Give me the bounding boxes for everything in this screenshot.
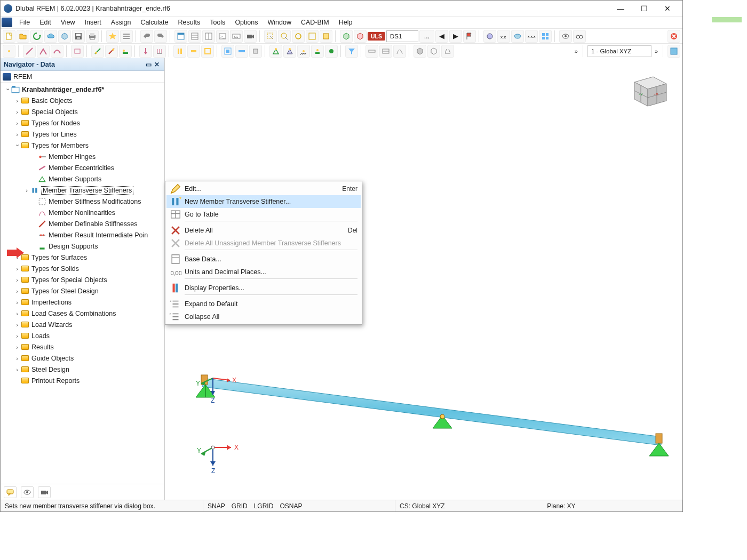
undock-icon[interactable]: ▭	[144, 60, 153, 69]
aux2-icon[interactable]: x.x	[497, 30, 510, 43]
tree-result-intermediate[interactable]: Member Result Intermediate Poin	[49, 231, 148, 239]
tree-nonlinearities[interactable]: Member Nonlinearities	[49, 209, 115, 217]
cm-expand[interactable]: Expand to Default	[166, 298, 361, 310]
folder-results[interactable]: Results	[31, 343, 54, 351]
table2-icon[interactable]	[188, 30, 201, 43]
draw1-icon[interactable]	[23, 45, 36, 58]
ellipsis-button[interactable]: ...	[419, 30, 434, 43]
op2-icon[interactable]	[235, 45, 248, 58]
op1-icon[interactable]	[221, 45, 234, 58]
menu-assign[interactable]: Assign	[106, 18, 136, 27]
select5-icon[interactable]	[320, 30, 332, 43]
draw3-icon[interactable]	[51, 45, 63, 58]
folder-load-wizards[interactable]: Load Wizards	[31, 321, 72, 329]
cm-collapse[interactable]: Collapse All	[166, 310, 361, 323]
iso2-icon[interactable]	[379, 45, 392, 58]
script-icon[interactable]: >_	[216, 30, 229, 43]
menu-insert[interactable]: Insert	[80, 18, 106, 27]
aux4-icon[interactable]: x.x.x	[525, 30, 538, 43]
viewport[interactable]: -Y -X	[165, 58, 682, 500]
tree-member-eccentricities[interactable]: Member Eccentricities	[49, 164, 114, 172]
next-icon[interactable]: ▶	[449, 30, 462, 43]
sup5-icon[interactable]	[325, 45, 338, 58]
status-lgrid[interactable]: LGRID	[254, 502, 274, 510]
aux3-icon[interactable]	[511, 30, 524, 43]
folder-guide-objects[interactable]: Guide Objects	[31, 355, 74, 362]
render-icon[interactable]	[667, 45, 680, 58]
sup4-icon[interactable]	[311, 45, 324, 58]
folder-basic-objects[interactable]: Basic Objects	[31, 97, 72, 105]
cm-edit[interactable]: Edit... Enter	[166, 182, 361, 195]
tree-member-hinges[interactable]: Member Hinges	[49, 153, 96, 161]
op3-icon[interactable]	[249, 45, 262, 58]
menu-calculate[interactable]: Calculate	[136, 18, 173, 27]
shade2-icon[interactable]	[427, 45, 440, 58]
draw2-icon[interactable]	[37, 45, 50, 58]
cm-units[interactable]: 0,00 Units and Decimal Places...	[166, 266, 361, 278]
aux1-icon[interactable]	[483, 30, 496, 43]
menu-results[interactable]: Results	[173, 18, 205, 27]
folder-types-for-surfaces[interactable]: Types for Surfaces	[31, 254, 87, 261]
prev-icon[interactable]: ◀	[435, 30, 448, 43]
close-button[interactable]: ✕	[656, 1, 679, 16]
menu-cadbim[interactable]: CAD-BIM	[296, 18, 334, 27]
folder-load-cases-combinations[interactable]: Load Cases & Combinations	[31, 310, 116, 317]
model-icon[interactable]	[58, 30, 71, 43]
coord-system-combo[interactable]: 1 - Global XYZ	[587, 45, 651, 57]
tree-member-supports[interactable]: Member Supports	[49, 175, 101, 183]
folder-types-for-steel-design[interactable]: Types for Steel Design	[31, 287, 99, 295]
sc-icon[interactable]: SC	[230, 30, 243, 43]
eye-icon[interactable]	[559, 30, 572, 43]
cube2-icon[interactable]	[354, 30, 367, 43]
shade1-icon[interactable]	[414, 45, 426, 58]
stiff3-icon[interactable]	[201, 45, 214, 58]
folder-types-nodes[interactable]: Types for Nodes	[31, 119, 80, 127]
folder-steel-design[interactable]: Steel Design	[31, 366, 69, 373]
refresh-icon[interactable]	[30, 30, 43, 43]
assign1-icon[interactable]	[91, 45, 104, 58]
menu-help[interactable]: Help	[334, 18, 357, 27]
select3-icon[interactable]	[292, 30, 305, 43]
table3-icon[interactable]	[202, 30, 215, 43]
loads1-icon[interactable]	[139, 45, 152, 58]
select4-icon[interactable]	[306, 30, 319, 43]
cm-delete-all[interactable]: Delete All Del	[166, 224, 361, 237]
open-file-icon[interactable]	[17, 30, 29, 43]
folder-imperfections[interactable]: Imperfections	[31, 299, 71, 306]
folder-loads[interactable]: Loads	[31, 332, 50, 340]
menu-file[interactable]: File	[14, 18, 35, 27]
grid-view-icon[interactable]	[539, 30, 552, 43]
folder-special-objects[interactable]: Special Objects	[31, 108, 78, 116]
folder-types-lines[interactable]: Types for Lines	[31, 131, 77, 138]
nav-chat-icon[interactable]	[4, 486, 17, 498]
select1-icon[interactable]	[264, 30, 277, 43]
menu-edit[interactable]: Edit	[35, 18, 56, 27]
tree-transverse-stiffeners[interactable]: Member Transverse Stiffeners	[41, 186, 133, 195]
filter-icon[interactable]	[345, 45, 358, 58]
assign3-icon[interactable]	[119, 45, 132, 58]
uls-badge[interactable]: ULS	[368, 32, 385, 41]
folder-printout-reports[interactable]: Printout Reports	[31, 377, 80, 385]
cm-goto-table[interactable]: Go to Table	[166, 208, 361, 221]
project-name[interactable]: Kranbahnträger_ende.rf6*	[22, 86, 104, 93]
assign2-icon[interactable]	[105, 45, 118, 58]
menu-options[interactable]: Options	[230, 18, 263, 27]
save-icon[interactable]	[72, 30, 85, 43]
panel-close-icon[interactable]: ✕	[153, 60, 161, 69]
cm-new-stiffener[interactable]: New Member Transverse Stiffener...	[166, 195, 361, 208]
maximize-button[interactable]: ☐	[632, 1, 656, 16]
view-cube[interactable]: -Y -X	[624, 69, 672, 111]
rect-icon[interactable]	[71, 45, 84, 58]
stiff2-icon[interactable]	[187, 45, 200, 58]
menu-tools[interactable]: Tools	[205, 18, 230, 27]
folder-types-members[interactable]: Types for Members	[31, 142, 89, 149]
status-snap[interactable]: SNAP	[208, 502, 225, 510]
undo-icon[interactable]	[140, 30, 153, 43]
nav-camera-icon[interactable]	[38, 486, 51, 498]
loads2-icon[interactable]	[153, 45, 166, 58]
camera-icon[interactable]	[244, 30, 257, 43]
sup1-icon[interactable]	[269, 45, 282, 58]
menu-view[interactable]: View	[56, 18, 80, 27]
status-grid[interactable]: GRID	[232, 502, 248, 510]
nav-eye-icon[interactable]	[21, 486, 34, 498]
